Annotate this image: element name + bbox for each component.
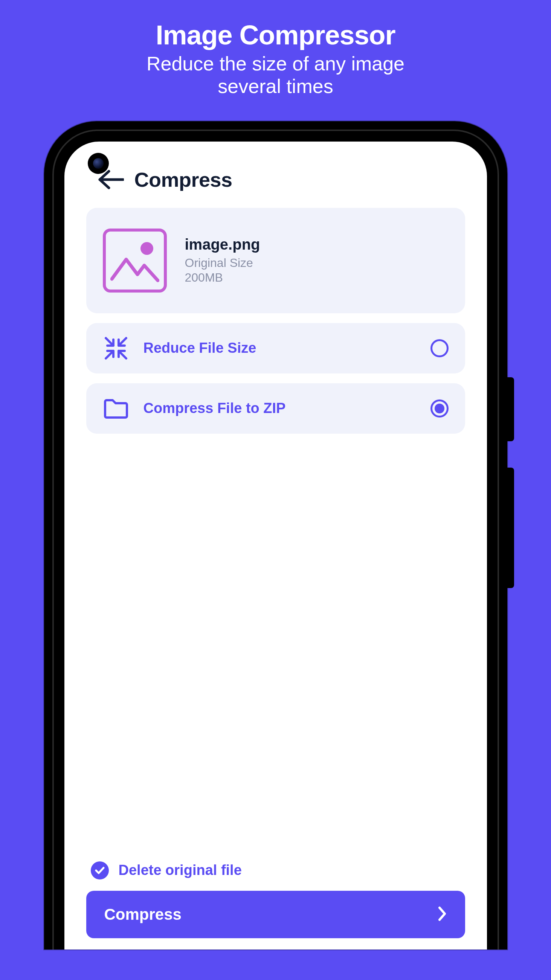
file-size-label: Original Size — [185, 256, 260, 270]
topbar: Compress — [64, 142, 487, 200]
phone-mockup: Compress image.png Original Size 200MB — [44, 121, 507, 950]
radio-selected[interactable] — [430, 399, 449, 417]
app-screen: Compress image.png Original Size 200MB — [64, 142, 487, 950]
option-label: Compress File to ZIP — [143, 400, 416, 417]
file-size-value: 200MB — [185, 271, 260, 285]
spacer — [86, 434, 465, 861]
delete-original-label: Delete original file — [119, 862, 242, 878]
file-info-card: image.png Original Size 200MB — [86, 208, 465, 313]
image-placeholder-icon — [103, 229, 167, 293]
option-compress-to-zip[interactable]: Compress File to ZIP — [86, 383, 465, 434]
content: image.png Original Size 200MB Reduce Fil… — [64, 200, 487, 950]
phone-camera-hole — [88, 153, 109, 174]
option-label: Reduce File Size — [143, 340, 416, 356]
compress-button-label: Compress — [104, 905, 437, 924]
file-name: image.png — [185, 236, 260, 253]
shrink-arrows-icon — [103, 336, 129, 361]
screen-title: Compress — [134, 168, 233, 191]
checkmark-icon — [91, 861, 109, 880]
folder-icon — [103, 398, 129, 419]
phone-side-button-large — [507, 468, 514, 588]
chevron-right-icon — [437, 906, 447, 923]
promo-subtitle-line1: Reduce the size of any image — [147, 53, 404, 75]
delete-original-checkbox[interactable]: Delete original file — [86, 861, 465, 891]
phone-side-button-small — [507, 377, 514, 441]
file-meta: image.png Original Size 200MB — [185, 236, 260, 285]
promo-subtitle: Reduce the size of any image several tim… — [147, 53, 404, 98]
compress-button[interactable]: Compress — [86, 891, 465, 938]
option-reduce-file-size[interactable]: Reduce File Size — [86, 323, 465, 374]
radio-unselected[interactable] — [430, 339, 449, 357]
promo-title: Image Compressor — [156, 19, 395, 51]
promo-subtitle-line2: several times — [147, 75, 404, 98]
